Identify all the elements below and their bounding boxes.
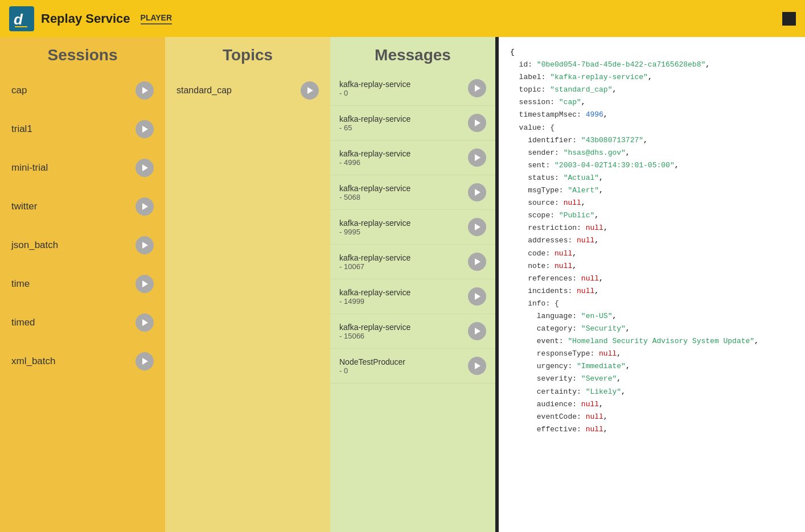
json-line-id: id: "0be0d054-7bad-45de-b422-ca7165628eb… [510,59,794,71]
message-name: kafka-replay-service [339,323,410,332]
play-button[interactable] [135,120,154,138]
json-line-scope: scope: "Public", [510,209,794,222]
session-label: cap [11,85,27,96]
app-title: Replay Service [41,11,130,26]
message-offset: - 5068 [339,193,410,201]
session-item[interactable]: time [0,265,165,303]
messages-panel: Messages kafka-replay-service - 0 kafka-… [330,37,495,532]
json-line-event: event: "Homeland Security Advisory Syste… [510,335,794,348]
json-line-session: session: "cap", [510,96,794,109]
app-subtitle: PLAYER [141,13,172,24]
sessions-list: captrial1mini-trialtwitterjson_batchtime… [0,71,165,381]
message-info: kafka-replay-service - 0 [339,80,410,97]
json-line-category: category: "Security", [510,323,794,335]
topic-label: standard_cap [176,85,232,96]
message-item[interactable]: kafka-replay-service - 9995 [330,210,495,245]
message-play-button[interactable] [468,253,486,271]
json-line-sent: sent: "2003-04-02T14:39:01-05:00", [510,159,794,172]
message-name: kafka-replay-service [339,114,410,123]
session-label: twitter [11,201,37,212]
json-line-urgency: urgency: "Immediate", [510,360,794,373]
json-panel: { id: "0be0d054-7bad-45de-b422-ca7165628… [499,37,805,532]
message-item[interactable]: kafka-replay-service - 65 [330,106,495,141]
message-play-button[interactable] [468,218,486,236]
message-name: kafka-replay-service [339,253,410,262]
message-info: kafka-replay-service - 10067 [339,253,410,271]
message-offset: - 4996 [339,158,410,167]
message-offset: - 9995 [339,228,410,236]
message-item[interactable]: kafka-replay-service - 14999 [330,279,495,314]
json-line-audience: audience: null, [510,398,794,411]
message-info: kafka-replay-service - 5068 [339,184,410,201]
message-item[interactable]: kafka-replay-service - 4996 [330,141,495,175]
json-line-code: code: null, [510,248,794,260]
json-line-identifier: identifier: "43b080713727", [510,134,794,147]
topics-heading: Topics [165,37,330,71]
message-play-button[interactable] [468,149,486,167]
stop-button[interactable] [782,12,796,26]
json-line-incidents: incidents: null, [510,285,794,298]
topic-item[interactable]: standard_cap [165,71,330,110]
topic-play-button[interactable] [301,81,319,100]
message-play-button[interactable] [468,287,486,306]
svg-text:d: d [14,11,23,28]
json-line-timestamp: timestampMsec: 4996, [510,109,794,121]
message-offset: - 15066 [339,332,410,340]
message-name: kafka-replay-service [339,80,410,89]
json-line-status: status: "Actual", [510,172,794,184]
session-item[interactable]: mini-trial [0,149,165,187]
message-name: kafka-replay-service [339,149,410,158]
play-button[interactable] [135,236,154,254]
json-line-source: source: null, [510,197,794,209]
session-item[interactable]: json_batch [0,226,165,265]
json-line-note: note: null, [510,260,794,273]
logo-icon: d [9,6,34,31]
message-play-button[interactable] [468,357,486,375]
message-item[interactable]: kafka-replay-service - 0 [330,71,495,106]
json-line-info-open: info: { [510,298,794,310]
play-button[interactable] [135,352,154,370]
session-label: mini-trial [11,162,48,174]
main-content: Sessions captrial1mini-trialtwitterjson_… [0,37,805,532]
message-info: NodeTestProducer - 0 [339,357,405,375]
topics-list: standard_cap [165,71,330,110]
json-line-effective: effective: null, [510,423,794,436]
json-line-language: language: "en-US", [510,310,794,323]
session-label: json_batch [11,240,58,251]
json-line-msgtype: msgType: "Alert", [510,184,794,197]
session-item[interactable]: trial1 [0,110,165,149]
session-label: xml_batch [11,356,55,367]
session-item[interactable]: twitter [0,187,165,226]
json-line-responsetype: responseType: null, [510,348,794,360]
message-play-button[interactable] [468,183,486,201]
json-line-sender: sender: "hsas@dhs.gov", [510,147,794,159]
session-item[interactable]: xml_batch [0,342,165,381]
message-play-button[interactable] [468,79,486,97]
json-line-restriction: restriction: null, [510,222,794,234]
session-item[interactable]: cap [0,71,165,110]
play-button[interactable] [135,314,154,332]
session-label: timed [11,317,35,328]
play-button[interactable] [135,81,154,100]
message-name: kafka-replay-service [339,218,410,228]
message-info: kafka-replay-service - 15066 [339,323,410,340]
play-button[interactable] [135,275,154,293]
play-button[interactable] [135,197,154,216]
message-item[interactable]: kafka-replay-service - 5068 [330,175,495,210]
message-play-button[interactable] [468,322,486,340]
json-line-topic: topic: "standard_cap", [510,84,794,96]
message-item[interactable]: kafka-replay-service - 10067 [330,245,495,279]
session-label: time [11,278,30,290]
json-line-value-open: value: { [510,122,794,134]
session-item[interactable]: timed [0,303,165,342]
message-play-button[interactable] [468,114,486,132]
message-item[interactable]: kafka-replay-service - 15066 [330,314,495,349]
header-left: d Replay Service PLAYER [9,6,172,31]
message-info: kafka-replay-service - 14999 [339,288,410,306]
json-line-label: label: "kafka-replay-service", [510,71,794,84]
json-line-addresses: addresses: null, [510,234,794,247]
session-label: trial1 [11,123,32,135]
play-button[interactable] [135,159,154,177]
message-item[interactable]: NodeTestProducer - 0 [330,349,495,383]
sessions-panel: Sessions captrial1mini-trialtwitterjson_… [0,37,165,532]
